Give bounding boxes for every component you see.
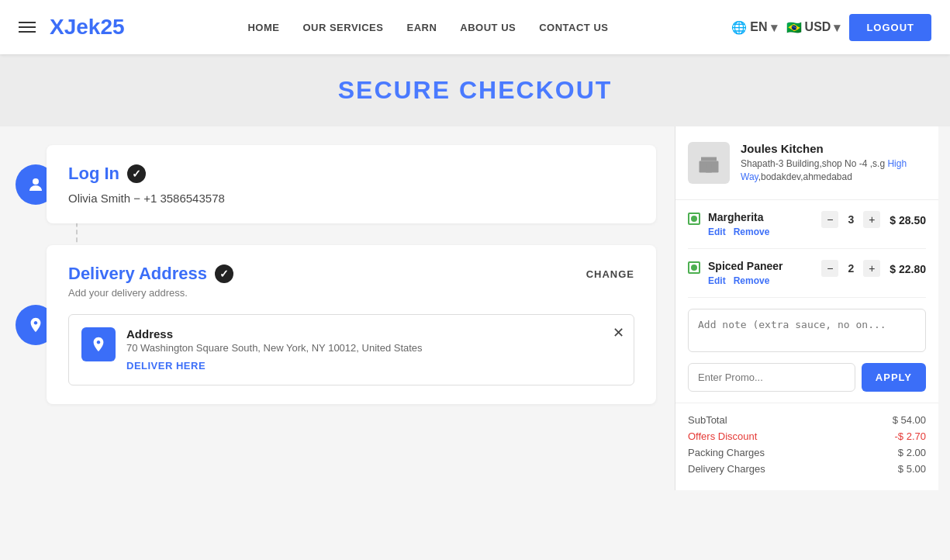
item-0-qty-decrease[interactable]: −	[821, 211, 838, 228]
item-1-dot	[688, 261, 700, 274]
item-0-remove-button[interactable]: Remove	[734, 226, 770, 237]
order-item-1-left: Spiced Paneer Edit Remove	[688, 260, 783, 286]
user-phone: +1 3586543578	[143, 192, 225, 205]
delivery-check-icon: ✓	[215, 264, 233, 283]
deliver-here-button[interactable]: DELIVER HERE	[126, 354, 206, 372]
nav-contact[interactable]: CONTACT US	[539, 22, 608, 33]
order-item-1: Spiced Paneer Edit Remove − 2 + $ 22.80	[688, 249, 926, 298]
nav-services[interactable]: OUR SERVICES	[302, 22, 383, 33]
logo[interactable]: XJek25	[50, 15, 125, 40]
subtotal-row: SubTotal $ 54.00	[688, 414, 926, 426]
item-1-edit-button[interactable]: Edit	[708, 275, 726, 286]
discount-label: Offers Discount	[688, 430, 757, 442]
restaurant-address-part1: Shapath-3 Building,shop No -4 ,s.g	[741, 158, 887, 169]
currency-selector[interactable]: 🇧🇷 USD ▾	[786, 20, 841, 35]
lang-label: EN	[750, 20, 767, 34]
change-address-button[interactable]: CHANGE	[586, 268, 634, 280]
delivery-value: $ 5.00	[898, 463, 926, 475]
item-1-remove-button[interactable]: Remove	[734, 275, 770, 286]
item-0-dot	[688, 213, 700, 225]
restaurant-name: Joules Kitchen	[741, 142, 926, 155]
order-summary: Joules Kitchen Shapath-3 Building,shop N…	[675, 126, 938, 490]
delivery-card: Delivery Address ✓ CHANGE Add your deliv…	[47, 245, 656, 404]
note-input[interactable]	[688, 309, 926, 352]
address-box-inner: Address 70 Washington Square South, New …	[81, 327, 621, 372]
item-0-edit-button[interactable]: Edit	[708, 226, 726, 237]
login-title: Log In ✓	[68, 164, 634, 184]
order-item-0: Margherita Edit Remove − 3 + $ 28.50	[688, 200, 926, 249]
address-icon-box	[81, 327, 116, 361]
currency-label: USD	[805, 20, 831, 34]
item-1-qty: 2	[845, 262, 857, 275]
order-items-list: Margherita Edit Remove − 3 + $ 28.50	[675, 200, 938, 298]
svg-point-0	[33, 178, 39, 185]
note-section	[675, 298, 938, 355]
discount-value: -$ 2.70	[895, 430, 926, 442]
restaurant-details: Joules Kitchen Shapath-3 Building,shop N…	[741, 142, 926, 184]
order-item-0-left: Margherita Edit Remove	[688, 211, 769, 237]
login-title-text: Log In	[68, 164, 119, 184]
item-0-name: Margherita	[708, 211, 769, 223]
packing-row: Packing Charges $ 2.00	[688, 447, 926, 458]
user-separator: −	[133, 192, 143, 205]
user-info: Olivia Smith − +1 3586543578	[68, 192, 634, 205]
currency-chevron: ▾	[834, 20, 840, 35]
logout-button[interactable]: LOGOUT	[849, 14, 931, 41]
restaurant-address-part2: ,bodakdev,ahmedabad	[758, 171, 852, 182]
discount-row: Offers Discount -$ 2.70	[688, 430, 926, 442]
promo-row: APPLY	[675, 355, 938, 403]
delivery-label: Delivery Charges	[688, 463, 765, 475]
subtotal-value: $ 54.00	[893, 414, 926, 426]
item-1-info: Spiced Paneer Edit Remove	[708, 260, 783, 286]
restaurant-info: Joules Kitchen Shapath-3 Building,shop N…	[675, 126, 938, 200]
currency-flag: 🇧🇷	[786, 20, 802, 35]
close-address-button[interactable]: ✕	[613, 324, 624, 341]
item-0-qty-increase[interactable]: +	[863, 211, 880, 228]
delivery-step: Delivery Address ✓ CHANGE Add your deliv…	[47, 245, 656, 404]
promo-input[interactable]	[688, 363, 855, 392]
hamburger-menu[interactable]	[19, 22, 36, 33]
item-1-qty-increase[interactable]: +	[863, 260, 880, 277]
item-0-qty-control: − 3 +	[821, 211, 880, 228]
delivery-title-text: Delivery Address	[68, 264, 207, 284]
logo-text: XJek	[50, 15, 100, 39]
nav-home[interactable]: HOME	[247, 22, 279, 33]
header-left: XJek25	[19, 15, 125, 40]
nav-right: 🌐 EN ▾ 🇧🇷 USD ▾ LOGOUT	[731, 14, 931, 41]
restaurant-address: Shapath-3 Building,shop No -4 ,s.g High …	[741, 157, 926, 184]
language-selector[interactable]: 🌐 EN ▾	[731, 20, 776, 35]
item-0-actions: Edit Remove	[708, 226, 769, 237]
item-1-right: − 2 + $ 22.80	[821, 260, 926, 277]
subtotal-label: SubTotal	[688, 414, 727, 426]
main-nav: HOME OUR SERVICES EARN ABOUT US CONTACT …	[247, 22, 608, 33]
content-wrapper: Log In ✓ Olivia Smith − +1 3586543578	[0, 126, 950, 490]
item-1-qty-control: − 2 +	[821, 260, 880, 277]
lang-flag: 🌐	[731, 20, 747, 35]
login-card: Log In ✓ Olivia Smith − +1 3586543578	[47, 145, 656, 223]
apply-promo-button[interactable]: APPLY	[862, 363, 926, 392]
item-0-right: − 3 + $ 28.50	[821, 211, 926, 228]
lang-chevron: ▾	[771, 20, 777, 35]
nav-earn[interactable]: EARN	[406, 22, 437, 33]
price-summary: SubTotal $ 54.00 Offers Discount -$ 2.70…	[675, 403, 938, 490]
checkout-left: Log In ✓ Olivia Smith − +1 3586543578	[0, 126, 675, 490]
item-0-qty: 3	[845, 213, 857, 226]
item-1-qty-decrease[interactable]: −	[821, 260, 838, 277]
delivery-row: Delivery Charges $ 5.00	[688, 463, 926, 475]
nav-about[interactable]: ABOUT US	[460, 22, 516, 33]
restaurant-image	[688, 142, 730, 184]
item-1-price: $ 22.80	[890, 263, 926, 275]
user-name: Olivia Smith	[68, 192, 130, 205]
item-0-info: Margherita Edit Remove	[708, 211, 769, 237]
login-check-icon: ✓	[127, 164, 146, 183]
item-1-actions: Edit Remove	[708, 275, 783, 286]
item-1-name: Spiced Paneer	[708, 260, 783, 272]
packing-value: $ 2.00	[898, 447, 926, 458]
page-title: SECURE CHECKOUT	[0, 76, 950, 105]
address-label: Address	[126, 327, 423, 340]
svg-rect-2	[706, 165, 712, 173]
address-text-block: Address 70 Washington Square South, New …	[126, 327, 423, 372]
delivery-title: Delivery Address ✓	[68, 264, 233, 284]
item-0-price: $ 28.50	[890, 214, 926, 226]
svg-rect-4	[712, 164, 716, 168]
